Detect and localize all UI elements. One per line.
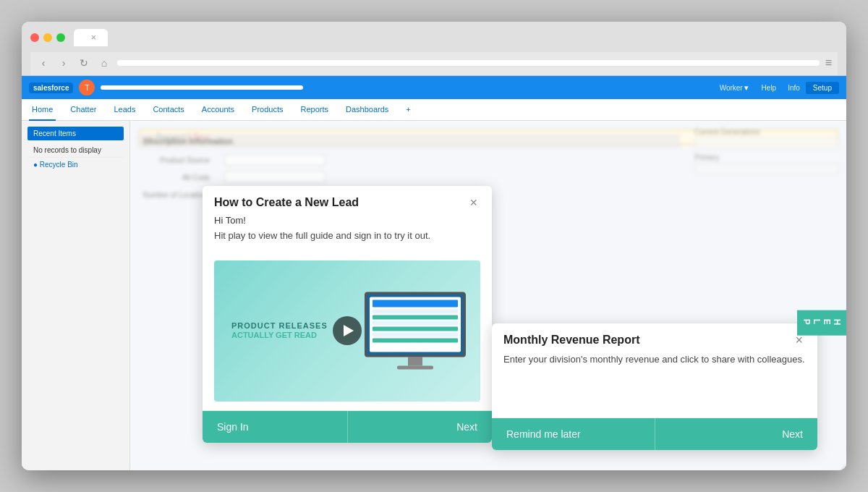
sf-nav2-home[interactable]: Home [29,99,56,121]
sf-nav-worker[interactable]: Worker▼ [720,84,750,92]
monitor-screen-row-1 [373,310,458,314]
sf-topnav: salesforce T Worker▼ Help Info Setup [22,76,846,99]
sf-nav2-leads[interactable]: Leads [111,99,138,121]
sf-secondnav: Home Chatter Leads Contacts Accounts Pro… [22,99,846,121]
sf-label-current-gen: Current Generations [694,128,839,136]
close-dot[interactable] [30,33,39,42]
monitor-screen-header [373,300,458,308]
popup1-title: How to Create a New Lead [214,196,359,209]
popup2-header: Monthly Revenue Report × [492,323,817,347]
monitor-screen-content [370,297,461,352]
popup2-body: Enter your division's monthly revenue an… [492,352,817,381]
popup1-greeting: Hi Tom! [214,215,480,226]
maximize-dot[interactable] [56,33,65,42]
sf-sidebar-no-records: No records to display [27,143,124,158]
home-button[interactable]: ⌂ [97,57,111,69]
sf-form-section-header: Description Information [137,134,680,148]
video-play-button[interactable] [333,316,362,345]
monitor-screen-row-6 [373,339,458,343]
sf-nav-info[interactable]: Info [788,84,800,92]
sf-label-alt-code: Alt Code [137,174,210,182]
sf-label-num-locations: Number of Locations [137,191,210,199]
browser-titlebar: × [30,29,838,46]
sf-nav-help[interactable]: Help [762,84,777,92]
sf-logo: salesforce [29,82,73,93]
sf-content: Recent Items No records to display ● Rec… [22,121,846,470]
sf-field-current-gen: Current Generations [694,128,839,149]
popup2-description: Enter your division's monthly revenue an… [503,352,806,373]
sf-form-row-alt-code: Alt Code [137,171,680,183]
hamburger-icon[interactable]: ≡ [825,56,832,69]
help-text: HELP [801,319,842,327]
sf-nav2-dashboards[interactable]: Dashboards [343,99,391,121]
sf-sidebar-section-recent: Recent Items [27,127,124,140]
sf-label-product-source: Product Source [137,156,210,164]
monitor-base [397,366,433,370]
sf-avatar: T [79,80,95,96]
sf-label-primary: Primary [694,153,839,161]
video-text-actually: ACTUALLY GET READ [231,331,328,340]
address-bar[interactable] [117,60,820,66]
browser-chrome: × ‹ › ↻ ⌂ ≡ [22,22,846,76]
sf-sidebar-recycle-bin[interactable]: ● Recycle Bin [27,158,124,171]
popup2-close-button[interactable]: × [792,334,806,347]
browser-nav-bar: ‹ › ↻ ⌂ ≡ [30,52,838,75]
sf-nav-items: Worker▼ Help Info [720,84,800,92]
popup2-title-row: Monthly Revenue Report × [503,334,806,347]
sf-nav2-accounts[interactable]: Accounts [199,99,237,121]
help-sidebar-button[interactable]: HELP [797,310,846,336]
sf-main-content: ▲ Required 1 Error Description Informati… [130,121,846,470]
sf-global-search[interactable] [101,85,303,90]
browser-window: × ‹ › ↻ ⌂ ≡ salesforce T Worker▼ Help In… [22,22,846,470]
play-triangle-icon [344,325,354,336]
monitor-screen-row-5 [373,333,458,337]
browser-tab[interactable]: × [74,29,108,46]
sf-nav2-reports[interactable]: Reports [298,99,332,121]
minimize-dot[interactable] [43,33,52,42]
popup-create-lead: How to Create a New Lead × Hi Tom! Hit p… [203,186,492,443]
refresh-button[interactable]: ↻ [77,57,91,69]
popup1-close-button[interactable]: × [467,196,480,209]
popup1-body: Hi Tom! Hit play to view the full guide … [203,215,492,252]
popup2-footer: Remind me later Next [492,417,817,450]
popup1-header: How to Create a New Lead × [203,186,492,209]
sf-nav2-chatter[interactable]: Chatter [67,99,99,121]
sf-input-alt-code [224,171,326,183]
popup2-content-area [492,381,817,417]
tab-close-icon[interactable]: × [91,33,96,43]
monitor-stand [408,357,422,366]
sf-field-primary: Primary [694,153,839,174]
popup2-next-button[interactable]: Next [655,418,818,450]
video-text-left: PRODUCT RELEASES ACTUALLY GET READ [231,321,328,339]
sf-nav2-contacts[interactable]: Contacts [150,99,187,121]
monitor-screen-row-2 [373,315,458,320]
sf-nav2-more[interactable]: + [403,99,413,121]
sf-setup-button[interactable]: Setup [806,82,839,94]
popup2-title: Monthly Revenue Report [503,334,639,347]
popup1-footer: Sign In Next [203,410,492,443]
popup1-description: Hit play to view the full guide and sign… [214,229,480,243]
forward-button[interactable]: › [56,57,71,69]
popup-monthly-revenue: Monthly Revenue Report × Enter your divi… [492,323,817,450]
monitor-screen-row-4 [373,327,458,331]
sf-sidebar: Recent Items No records to display ● Rec… [22,121,130,470]
sf-input-product-source [224,154,326,166]
monitor-illustration [365,292,466,370]
popup1-title-row: How to Create a New Lead × [214,196,480,209]
popup2-remind-later-button[interactable]: Remind me later [492,418,655,450]
sf-nav2-products[interactable]: Products [249,99,286,121]
popup1-next-button[interactable]: Next [347,411,493,443]
sf-application: salesforce T Worker▼ Help Info Setup Hom… [22,76,846,470]
browser-dots [30,33,65,42]
popup1-video-preview[interactable]: PRODUCT RELEASES ACTUALLY GET READ [214,260,480,402]
popup1-signin-button[interactable]: Sign In [203,411,347,443]
video-text-product-releases: PRODUCT RELEASES [231,321,328,331]
sf-value-primary [694,163,839,174]
monitor-screen-row-3 [373,321,458,326]
back-button[interactable]: ‹ [36,57,51,69]
sf-form-row-product-source: Product Source [137,154,680,166]
browser-tabs: × [74,29,838,46]
monitor-screen [365,292,466,357]
sf-value-current-gen [694,137,839,149]
